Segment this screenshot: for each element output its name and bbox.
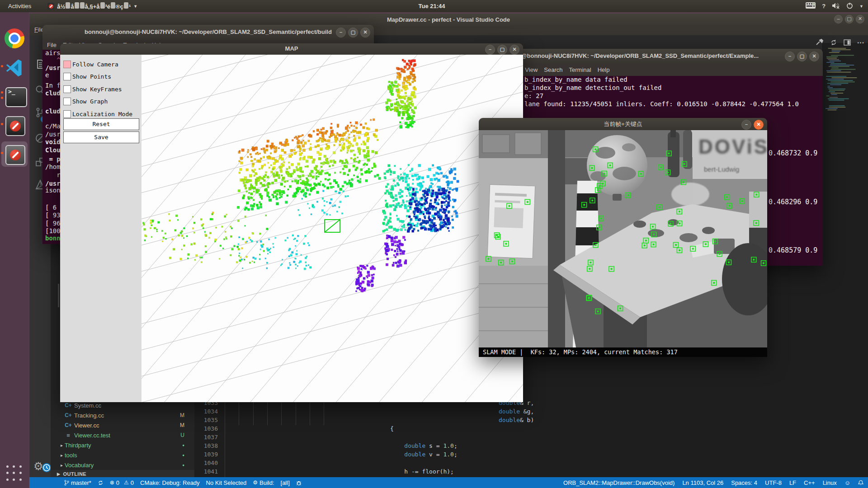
checkbox-box[interactable] [63,73,71,80]
code-text: double &g, [499,408,534,415]
terminal-text-line: c/Ma [45,122,61,130]
maximize-button[interactable]: ▢ [845,15,854,23]
minimize-button[interactable]: – [485,45,495,55]
terminal2-titlebar[interactable]: bonnouji@bonnouji-NUC8i7HVK: ~/Developer… [488,49,823,64]
dock-item-blocked-app-1[interactable] [5,115,24,135]
sync-icon[interactable] [830,39,837,48]
close-button[interactable]: ✕ [856,15,864,23]
no-entry-glyph [10,121,21,131]
app-menu[interactable]: å½åå‚§+å³é®ç¹ ▼ [47,2,137,10]
show-applications-button[interactable] [6,465,23,482]
line-number: 1035 [194,417,218,423]
feedback-smiley-icon[interactable]: ☺ [844,479,850,486]
code-text: double v = 1.0; [390,451,458,458]
tree-item-vocabulary[interactable]: ▸Vocabulary● [51,460,194,470]
tree-item-tools[interactable]: ▸tools● [51,450,194,460]
language-mode[interactable]: C++ [804,479,815,486]
encoding[interactable]: UTF-8 [765,479,782,486]
running-indicator [1,65,3,67]
build-button[interactable]: ⚙Build: [253,479,274,486]
dock-item-vscode[interactable] [5,57,24,77]
checkbox-follow-camera[interactable]: Follow Camera [63,61,118,69]
app-icon [47,3,54,9]
close-button[interactable]: ✕ [754,120,764,130]
keyboard-layout-icon[interactable] [806,2,816,10]
split-editor-icon[interactable] [844,39,851,48]
dock-item-chrome[interactable] [5,28,24,48]
checkbox-box[interactable] [63,85,71,93]
build-hammer-icon[interactable] [816,39,824,48]
minimap[interactable] [822,43,868,111]
cursor-position[interactable]: Ln 1103, Col 26 [682,479,723,486]
minimize-button[interactable]: – [834,15,843,23]
chevron-down-icon[interactable]: ▼ [859,4,863,9]
gnome-top-bar: Activities å½åå‚§+å³é®ç¹ ▼ Tue 21:44 ? ▼ [0,0,868,12]
save-button[interactable]: Save [63,131,139,143]
indentation[interactable]: Spaces: 4 [731,479,757,486]
power-icon[interactable] [846,2,853,10]
checkbox-box[interactable] [63,61,71,68]
symbol-indicator[interactable]: ORB_SLAM2::MapDrawer::DrawObs(void) [563,479,675,486]
build-target[interactable]: [all] [281,479,290,486]
minimize-button[interactable]: – [785,52,795,61]
notifications-bell-icon[interactable] [858,480,863,486]
eol[interactable]: LF [789,479,796,486]
checkbox-localization-mode[interactable]: Localization Mode [63,110,132,118]
close-button[interactable]: ✕ [809,52,819,61]
tofu-glyph [80,2,85,9]
close-button[interactable]: ✕ [360,28,370,38]
menu-file[interactable]: File [47,42,57,48]
activities-button[interactable]: Activities [5,3,34,9]
dock-item-blocked-app-2[interactable] [5,144,24,164]
terminal-text-line: = p [45,155,61,163]
minimize-button[interactable]: – [336,28,346,38]
tree-item-tracking.cc[interactable]: C+Tracking.ccM [51,410,194,420]
checkbox-label: Follow Camera [72,61,118,68]
tree-item-viewer.cc[interactable]: C+Viewer.ccM [51,420,194,430]
tree-item-thirdparty[interactable]: ▸Thirdparty● [51,440,194,450]
git-branch-indicator[interactable]: master* [64,479,91,486]
vscode-window-title: MapDrawer.cc - perfect - Visual Studio C… [29,16,868,23]
menu-view[interactable]: View [525,66,538,73]
ubuntu-dock: >_ [0,12,29,488]
app-title-fragment: ®ç [116,3,123,10]
more-actions-icon[interactable]: ··· [857,39,864,48]
reset-button[interactable]: Reset [63,118,139,130]
checkbox-box[interactable] [63,98,71,105]
sync-button[interactable] [98,480,104,486]
terminal-text-line: airs [45,49,61,56]
checkbox-show-graph[interactable]: Show Graph [63,98,108,106]
tree-item-label: Tracking.cc [74,412,104,419]
tree-item-viewer.cc.test[interactable]: ≡Viewer.cc.testU [51,430,194,440]
maximize-button[interactable]: ▢ [497,45,507,55]
menu-terminal[interactable]: Terminal [569,66,591,73]
map-titlebar[interactable]: MAP – ▢ ✕ [60,43,523,55]
desktop: MapDrawer.cc - perfect - Visual Studio C… [0,0,868,488]
vscode-titlebar[interactable]: MapDrawer.cc - perfect - Visual Studio C… [29,14,868,26]
tofu-glyph [75,2,79,9]
camera-titlebar[interactable]: 当前帧+关键点 – ✕ [479,118,767,131]
sidebar-scrollbar[interactable] [58,284,59,307]
checkbox-show-points[interactable]: Show Points [63,73,111,81]
chevron-right-icon: ▸ [61,443,65,448]
cmake-status[interactable]: CMake: Debug: Ready [140,479,200,486]
maximize-button[interactable]: ▢ [348,28,358,38]
checkbox-box[interactable] [63,110,71,118]
app-title-fragment: å [71,3,74,10]
terminal1-titlebar[interactable]: bonnouji@bonnouji-NUC8i7HVK: ~/Developer… [42,25,374,40]
menu-help[interactable]: Help [598,66,610,73]
kit-selector[interactable]: No Kit Selected [206,479,247,486]
close-button[interactable]: ✕ [509,45,519,55]
checkbox-show-keyframes[interactable]: Show KeyFrames [63,85,122,93]
menu-search[interactable]: Search [544,66,562,73]
debug-target-icon[interactable] [296,480,302,486]
maximize-button[interactable]: ▢ [797,52,807,61]
minimize-button[interactable]: – [741,120,751,130]
map-3d-view[interactable] [142,55,523,402]
volume-muted-icon[interactable] [832,2,840,10]
problems-indicator[interactable]: ⊗0⚠0 [110,479,134,486]
clock[interactable]: Tue 21:44 [409,3,454,9]
platform[interactable]: Linux [823,479,837,486]
help-icon[interactable]: ? [822,3,826,9]
dock-item-terminal[interactable]: >_ [5,86,24,106]
